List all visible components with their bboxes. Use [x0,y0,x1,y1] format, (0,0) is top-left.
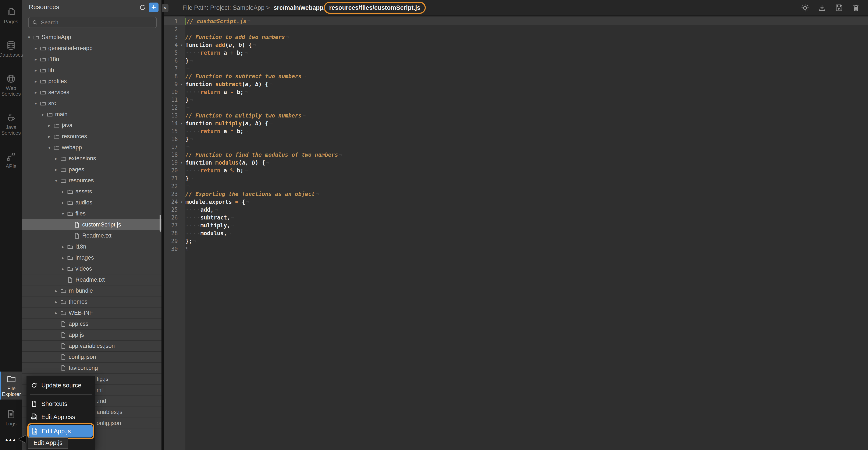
tree-item-label: main [55,111,68,118]
tree-item-readme-txt[interactable]: Readme.txt [22,274,161,286]
tree-scrollbar[interactable] [160,215,161,232]
tree-item-extensions[interactable]: ▸extensions [22,153,161,164]
line-number: 5 [164,50,178,56]
tree-item-i18n[interactable]: ▸i18n [22,241,161,252]
collapse-panel-button[interactable]: « [162,4,168,12]
chevron-right-icon[interactable]: ▸ [45,134,53,139]
line-number: 13 [164,112,178,119]
tooltip-text: Edit App.js [33,440,63,446]
tree-item-audios[interactable]: ▸audios [22,197,161,208]
tree-item-readme-txt[interactable]: Readme.txt [22,230,161,241]
chevron-down-icon[interactable]: ▾ [52,178,60,183]
tree-item-main[interactable]: ▾main [22,109,161,120]
tree-item-resources[interactable]: ▸resources [22,131,161,142]
tree-item-generated-rn-app[interactable]: ▸generated-rn-app [22,43,161,54]
chevron-right-icon[interactable]: ▸ [59,189,67,194]
line-number: 9 [164,81,178,87]
path-prefix: File Path: Project: SampleApp > [182,4,270,11]
chevron-right-icon[interactable]: ▸ [59,200,67,205]
tree-item-webapp[interactable]: ▾webapp [22,142,161,153]
fold-arrow-icon[interactable]: ▾ [178,160,185,165]
code-area[interactable]: 1// customScript.js¬2¬3// Function to ad… [164,18,868,253]
chevron-right-icon[interactable]: ▸ [45,123,53,128]
tree-item-config-json[interactable]: config.json [22,352,161,363]
save-icon[interactable] [835,3,843,12]
tree-item-pages[interactable]: ▸pages [22,164,161,175]
sidebar-item-label: File Explorer [1,386,22,397]
search-input[interactable] [40,19,153,26]
chevron-right-icon[interactable]: ▸ [32,57,40,62]
menu-item-edit-app-css[interactable]: cssEdit App.css [27,410,95,423]
chevron-right-icon[interactable]: ▸ [32,90,40,95]
tree-item-services[interactable]: ▸services [22,87,161,98]
chevron-right-icon[interactable]: ▸ [52,310,60,316]
tree-item-resources[interactable]: ▾resources [22,175,161,186]
download-icon[interactable] [817,3,827,12]
sidebar-item-databases[interactable]: Databases [0,38,22,60]
tree-item-label: Readme.txt [75,276,105,283]
tree-item-sampleapp[interactable]: ▾SampleApp [22,32,161,43]
chevron-right-icon[interactable]: ▸ [59,266,67,271]
tree-item-web-inf[interactable]: ▸WEB-INF [22,307,161,319]
chevron-down-icon[interactable]: ▾ [45,145,53,150]
tree-item-app-js[interactable]: app.js [22,330,161,340]
chevron-right-icon[interactable]: ▸ [32,68,40,73]
tree-item-customscript-js[interactable]: customScript.js [22,219,161,230]
fold-arrow-icon[interactable]: ▾ [178,82,185,86]
tree-item-src[interactable]: ▾src [22,98,161,109]
menu-item-edit-app-js[interactable]: JSEdit App.js [29,425,93,438]
file-icon [74,221,82,228]
sidebar-item-web-services[interactable]: Web Services [0,71,22,99]
tree-item-files[interactable]: ▾files [22,208,161,219]
menu-item-shortcuts[interactable]: Shortcuts [27,397,95,410]
chevron-right-icon[interactable]: ▸ [52,299,60,304]
sidebar-item-java-services[interactable]: Java Services [0,110,22,138]
code-line: 30¶ [164,245,868,253]
add-resource-button[interactable]: + [149,3,158,12]
chevron-right-icon[interactable]: ▸ [52,167,60,172]
code-line-text: ····add,¬ [185,207,218,213]
chevron-right-icon[interactable]: ▸ [32,46,40,51]
chevron-right-icon[interactable]: ▸ [52,289,60,294]
sidebar-item-pages[interactable]: Pages [0,5,22,27]
tree-item-profiles[interactable]: ▸profiles [22,76,161,87]
refresh-icon[interactable] [139,4,146,11]
fold-arrow-icon[interactable]: ▾ [178,43,185,47]
fold-arrow-icon[interactable]: ▾ [178,200,185,204]
line-number: 23 [164,191,178,197]
settings-gear-icon[interactable] [801,3,809,12]
chevron-right-icon[interactable]: ▸ [52,156,60,161]
sidebar-item-logs[interactable]: Logs [0,407,22,429]
tree-item-label: resources [62,133,87,140]
code-viewport[interactable]: 1// customScript.js¬2¬3// Function to ad… [164,16,868,450]
tree-item-i18n[interactable]: ▸i18n [22,54,161,65]
tree-item-images[interactable]: ▸images [22,252,161,263]
chevron-right-icon[interactable]: ▸ [32,79,40,84]
chevron-down-icon[interactable]: ▾ [25,35,33,40]
line-number: 2 [164,26,178,32]
sidebar-item-file-explorer[interactable]: File Explorer [0,371,22,399]
chevron-right-icon[interactable]: ▸ [59,255,67,261]
tree-item-assets[interactable]: ▸assets [22,186,161,197]
chevron-right-icon[interactable]: ▸ [59,244,67,249]
folder-icon [67,266,75,272]
fold-arrow-icon[interactable]: ▾ [178,121,185,125]
tree-item-app-variables-json[interactable]: app.variables.json [22,340,161,352]
tree-item-videos[interactable]: ▸videos [22,263,161,274]
chevron-down-icon[interactable]: ▾ [59,211,67,216]
code-line: 14▾function multiply(a, b) {¬ [164,119,868,127]
tree-item-themes[interactable]: ▸themes [22,297,161,307]
menu-item-update-source[interactable]: Update source [27,379,95,392]
tree-item-favicon-png[interactable]: favicon.png [22,363,161,374]
chevron-down-icon[interactable]: ▾ [38,112,46,117]
tree-item-java[interactable]: ▸java [22,120,161,131]
code-line-text: ····multiply,¬ [185,222,235,229]
chevron-down-icon[interactable]: ▾ [32,101,40,106]
code-line: 10····return a - b;¬ [164,88,868,96]
code-line-text: }¬ [185,136,193,142]
tree-item-app-css[interactable]: app.css [22,319,161,330]
tree-item-rn-bundle[interactable]: ▸rn-bundle [22,286,161,297]
sidebar-item-apis[interactable]: APIs [0,149,22,172]
delete-trash-icon[interactable] [851,3,860,12]
tree-item-lib[interactable]: ▸lib [22,65,161,76]
